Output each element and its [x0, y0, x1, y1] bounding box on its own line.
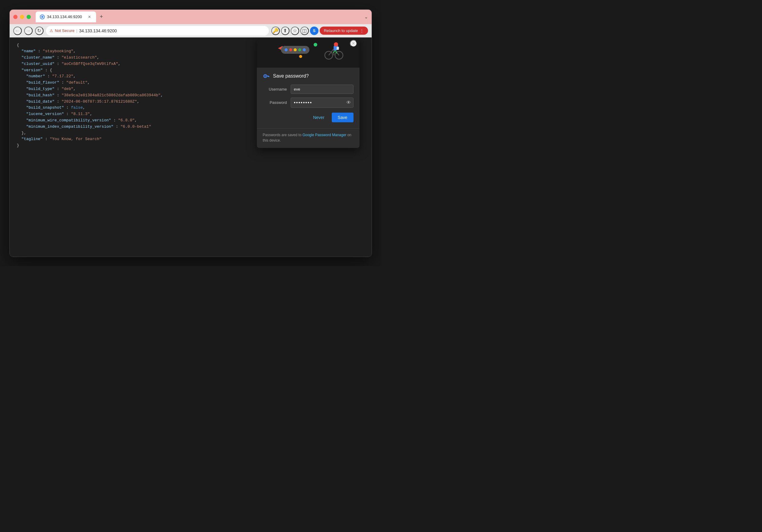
bookmark-button[interactable]: ☆: [291, 27, 299, 35]
bubble-dot-1: [285, 48, 288, 51]
back-button[interactable]: ←: [13, 27, 22, 35]
tab-area: 34.133.134.46:9200 ✕ +: [36, 12, 362, 22]
relaunch-label: Relaunch to update: [324, 29, 358, 33]
dialog-body: Save password? Username Password 👁: [257, 68, 359, 128]
footer-text: Passwords are saved to: [263, 133, 302, 137]
dialog-illustration: ◀: [257, 37, 359, 68]
nav-bar: ← → ↻ ⚠ Not Secure | 34.133.134.46:9200 …: [10, 24, 372, 37]
relaunch-menu-icon: ⋮: [360, 29, 364, 33]
cyclist-illustration: [323, 42, 344, 60]
username-input[interactable]: [291, 85, 353, 94]
not-secure-icon: ⚠: [49, 29, 53, 33]
toggle-password-button[interactable]: 👁: [346, 100, 351, 105]
minimize-window-button[interactable]: [20, 15, 24, 19]
not-secure-label: Not Secure: [55, 29, 75, 33]
relaunch-button[interactable]: Relaunch to update ⋮: [320, 27, 368, 35]
bubble-dot-2: [289, 48, 292, 51]
content-area: { "name" : "staybooking", "cluster_name"…: [10, 37, 372, 257]
username-row: Username: [263, 85, 353, 94]
dialog-footer: Passwords are saved to Google Password M…: [257, 128, 359, 148]
bubble-dot-3: [294, 48, 297, 51]
svg-point-5: [334, 42, 338, 46]
dialog-title: Save password?: [273, 73, 309, 79]
password-row: Password 👁: [263, 98, 353, 108]
address-url: 34.133.134.46:9200: [79, 29, 265, 33]
tab-favicon: [40, 15, 45, 19]
forward-button[interactable]: →: [24, 27, 33, 35]
reload-button[interactable]: ↻: [35, 27, 43, 35]
password-label: Password: [263, 100, 287, 105]
address-bar[interactable]: ⚠ Not Secure | 34.133.134.46:9200: [46, 26, 269, 35]
password-input[interactable]: [291, 98, 353, 108]
save-button[interactable]: Save: [332, 113, 353, 122]
bubble-dot-4: [298, 48, 301, 51]
svg-point-11: [265, 76, 266, 77]
active-tab[interactable]: 34.133.134.46:9200 ✕: [36, 12, 96, 22]
address-separator: |: [76, 29, 77, 33]
illustration-yellow-dot: [299, 55, 302, 58]
svg-rect-9: [337, 47, 339, 50]
window-menu-button[interactable]: ⌄: [364, 15, 368, 19]
browser-window: 34.133.134.46:9200 ✕ + ⌄ ← → ↻ ⚠ Not Sec…: [9, 9, 372, 257]
close-window-button[interactable]: [13, 15, 18, 19]
illustration-green-dot: [314, 43, 317, 46]
maximize-window-button[interactable]: [27, 15, 31, 19]
dialog-actions: Never Save: [263, 113, 353, 123]
username-label: Username: [263, 87, 287, 92]
profile-avatar[interactable]: S: [310, 27, 319, 35]
google-password-manager-link[interactable]: Google Password Manager: [302, 133, 346, 137]
nav-actions: 🔑 ⬆ ☆ ◫ S Relaunch to update ⋮: [271, 27, 368, 35]
traffic-lights: [13, 15, 31, 19]
title-bar-right: ⌄: [364, 15, 368, 19]
save-password-dialog: × ◀: [257, 37, 359, 148]
title-bar: 34.133.134.46:9200 ✕ + ⌄: [10, 10, 372, 24]
share-button[interactable]: ⬆: [281, 27, 289, 35]
never-button[interactable]: Never: [308, 113, 329, 122]
password-manager-logo: [263, 72, 270, 80]
tab-close-button[interactable]: ✕: [87, 15, 92, 19]
bubble-dot-5: [303, 48, 306, 51]
new-tab-button[interactable]: +: [97, 13, 106, 21]
illustration-speech-bubble: [281, 46, 309, 54]
dialog-close-button[interactable]: ×: [350, 40, 357, 47]
password-field-wrapper: 👁: [291, 98, 353, 108]
tab-title: 34.133.134.46:9200: [47, 15, 85, 19]
extensions-button[interactable]: ◫: [300, 27, 309, 35]
password-manager-button[interactable]: 🔑: [271, 27, 280, 35]
dialog-header: Save password?: [263, 72, 353, 80]
